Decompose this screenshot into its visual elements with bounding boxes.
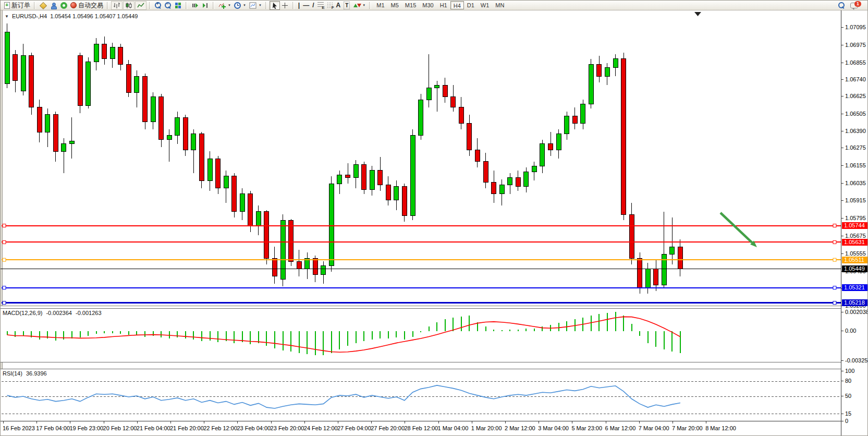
timeframe-mn[interactable]: MN bbox=[492, 1, 507, 9]
autotrade-button[interactable]: 自动交易 bbox=[69, 1, 105, 10]
text-tool-button[interactable]: A bbox=[335, 1, 343, 10]
search-icon[interactable] bbox=[838, 2, 845, 9]
time-label: 17 Feb 04:00 bbox=[36, 425, 70, 431]
chevron-down-icon[interactable]: ▼ bbox=[362, 4, 365, 7]
hline-handle[interactable] bbox=[3, 286, 6, 289]
rsi-axis-label: 15 bbox=[845, 410, 851, 417]
templates-button[interactable]: ▼ bbox=[248, 1, 263, 10]
bar-chart-button[interactable] bbox=[111, 1, 123, 10]
bull-candle bbox=[94, 44, 99, 62]
signals-button[interactable] bbox=[59, 1, 69, 10]
macd-panel[interactable]: MACD(12,26,9) -0.002364 -0.001263 bbox=[1, 308, 841, 362]
bear-candle bbox=[475, 150, 480, 162]
grid-tool-button[interactable]: F bbox=[325, 1, 335, 10]
bear-candle bbox=[313, 259, 317, 275]
zoom-in-button[interactable]: + bbox=[153, 1, 163, 10]
time-label: 8 Mar 12:00 bbox=[705, 425, 736, 431]
timeframe-h1[interactable]: H1 bbox=[437, 1, 450, 9]
bear-candle bbox=[483, 162, 488, 182]
bear-candle bbox=[13, 54, 18, 81]
timeframe-m1[interactable]: M1 bbox=[373, 1, 387, 9]
indicators-button[interactable]: ▼ bbox=[217, 1, 233, 10]
bear-candle bbox=[297, 261, 301, 269]
trendline-tool-button[interactable]: / bbox=[311, 1, 315, 10]
bear-candle bbox=[264, 212, 269, 259]
bear-candle bbox=[346, 175, 350, 178]
vertical-line-tool-button[interactable]: | bbox=[297, 1, 301, 10]
hline-handle[interactable] bbox=[833, 240, 836, 244]
hline-handle[interactable] bbox=[3, 301, 6, 305]
candlestick-chart-icon bbox=[125, 2, 132, 9]
crosshair-tool-button[interactable] bbox=[280, 1, 290, 10]
rsi-value: 36.9396 bbox=[26, 370, 47, 377]
timeframe-m5[interactable]: M5 bbox=[388, 1, 402, 9]
bull-candle bbox=[240, 194, 244, 212]
line-chart-button[interactable] bbox=[135, 1, 146, 10]
chart-menu-icon[interactable]: ▼ bbox=[5, 14, 9, 19]
market-watch-button[interactable] bbox=[38, 1, 48, 10]
auto-scroll-button[interactable] bbox=[190, 1, 200, 10]
shapes-icon bbox=[353, 2, 360, 9]
macd-axis-label: 0.002038 bbox=[845, 309, 868, 316]
timeframe-h4[interactable]: H4 bbox=[450, 1, 464, 9]
hline-handle[interactable] bbox=[833, 258, 836, 261]
timeframe-m30[interactable]: M30 bbox=[419, 1, 436, 9]
time-tick bbox=[673, 421, 673, 423]
arrow-annotation[interactable] bbox=[720, 213, 752, 243]
bear-candle bbox=[289, 220, 294, 261]
time-label: 7 Mar 20:00 bbox=[672, 425, 703, 431]
chevron-down-icon[interactable]: ▼ bbox=[243, 4, 246, 7]
tile-windows-button[interactable] bbox=[173, 1, 184, 10]
time-tick bbox=[170, 421, 171, 423]
new-order-button[interactable]: 新订单 bbox=[3, 1, 32, 10]
time-tick bbox=[639, 421, 640, 423]
candlestick-chart-button[interactable] bbox=[123, 1, 135, 10]
chevron-down-icon[interactable]: ▼ bbox=[228, 4, 231, 7]
hline-handle[interactable] bbox=[3, 258, 6, 261]
timeframe-m15[interactable]: M15 bbox=[402, 1, 419, 9]
hline-handle[interactable] bbox=[833, 286, 836, 289]
hline-handle[interactable] bbox=[833, 301, 836, 305]
timeframe-d1[interactable]: D1 bbox=[464, 1, 478, 9]
bear-candle bbox=[467, 124, 472, 150]
notifications-icon[interactable]: 1 bbox=[850, 3, 858, 8]
timeframe-w1[interactable]: W1 bbox=[478, 1, 493, 9]
bull-candle bbox=[605, 68, 609, 77]
cursor-icon bbox=[272, 2, 278, 9]
hline-handle[interactable] bbox=[3, 224, 6, 227]
navigator-button[interactable] bbox=[48, 1, 59, 10]
price-tick-label: 1.06625 bbox=[845, 93, 866, 100]
bear-candle bbox=[678, 247, 682, 269]
bull-candle bbox=[556, 134, 561, 150]
price-axis[interactable]: 1.070951.069751.068551.067401.066251.065… bbox=[841, 10, 868, 436]
chevron-down-icon[interactable]: ▼ bbox=[259, 4, 262, 7]
macd-name: MACD(12,26,9) bbox=[3, 310, 42, 316]
periods-button[interactable]: ▼ bbox=[233, 1, 248, 10]
symbol-period-label: EURUSD-,H4 bbox=[12, 13, 47, 19]
zoom-out-button[interactable]: − bbox=[163, 1, 173, 10]
rsi-panel[interactable]: RSI(14) 36.9396 bbox=[1, 369, 841, 421]
shapes-tool-button[interactable]: ▼ bbox=[351, 1, 367, 10]
bull-candle bbox=[426, 88, 431, 100]
horizontal-line-tool-button[interactable]: — bbox=[301, 1, 311, 10]
hline-handle[interactable] bbox=[3, 240, 6, 244]
fibonacci-tool-button[interactable]: E bbox=[316, 1, 325, 10]
hline-handle[interactable] bbox=[833, 224, 836, 227]
bull-candle bbox=[224, 176, 228, 188]
chart-shift-marker[interactable] bbox=[694, 12, 701, 16]
price-chart-panel[interactable]: ▼ EURUSD-,H4 1.05454 1.05496 1.05407 1.0… bbox=[1, 10, 841, 306]
label-tool-button[interactable]: T bbox=[342, 1, 351, 10]
rsi-label: RSI(14) 36.9396 bbox=[3, 370, 47, 377]
macd-signal-line bbox=[7, 317, 681, 352]
bear-candle bbox=[654, 269, 658, 285]
time-axis[interactable]: 16 Feb 202317 Feb 04:0019 Feb 23:0020 Fe… bbox=[1, 421, 868, 436]
autotrade-icon bbox=[70, 2, 77, 8]
bear-candle bbox=[126, 65, 131, 93]
bear-candle bbox=[216, 159, 221, 188]
price-tick-label: 1.06155 bbox=[845, 162, 866, 169]
chart-shift-button[interactable] bbox=[200, 1, 211, 10]
auto-scroll-icon bbox=[191, 2, 199, 9]
cursor-tool-button[interactable] bbox=[270, 1, 280, 10]
rsi-axis-label: 0 bbox=[845, 418, 848, 425]
time-tick bbox=[572, 421, 572, 423]
